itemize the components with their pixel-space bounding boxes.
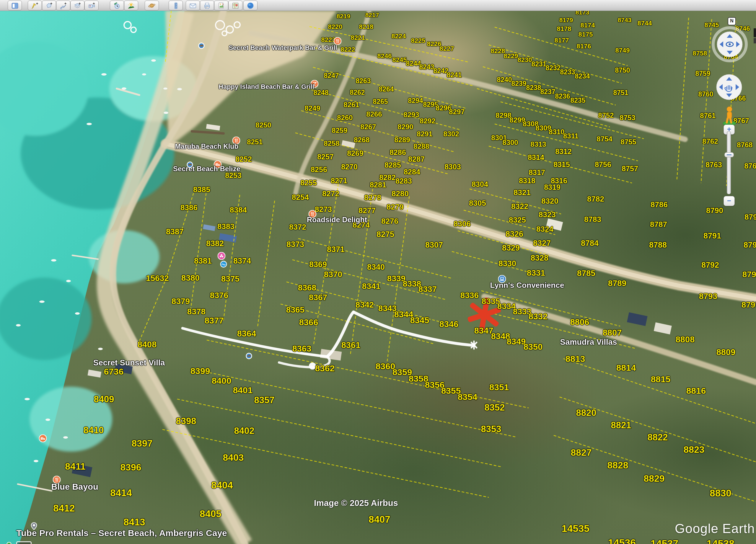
historical-imagery-button[interactable] [110, 1, 124, 10]
zoom-slider-handle[interactable] [724, 152, 734, 157]
google-earth-window: { "app": "Google Earth", "toolbar": { "b… [0, 0, 756, 544]
record-tour-button[interactable] [84, 1, 99, 10]
toolbar [0, 0, 756, 11]
save-image-button[interactable] [214, 1, 228, 10]
add-placemark-button[interactable] [28, 1, 42, 10]
clipped-overlay-widget [16, 541, 32, 544]
email-button[interactable] [186, 1, 200, 10]
navigation-controls: N + − [710, 14, 754, 203]
pegman[interactable] [723, 107, 736, 126]
chalk-path [183, 312, 477, 369]
toggle-sidebar-button[interactable] [8, 1, 22, 10]
ruler-button[interactable] [169, 1, 183, 10]
print-button[interactable] [200, 1, 214, 10]
map-decor-layer [0, 0, 756, 544]
zoom-slider-track[interactable] [727, 131, 731, 194]
imagery-attribution: Image © 2025 Airbus [314, 498, 398, 508]
eye-pupil [729, 43, 731, 45]
view-in-maps-button[interactable] [228, 1, 242, 10]
earth-globe-button[interactable] [243, 1, 258, 10]
google-earth-logo: Google Earth [675, 521, 755, 536]
planets-button[interactable] [145, 1, 159, 10]
nav-gadgets [710, 14, 754, 203]
add-path-button[interactable] [56, 1, 70, 10]
add-polygon-button[interactable] [42, 1, 56, 10]
sunlight-button[interactable] [124, 1, 138, 10]
add-image-overlay-button[interactable] [70, 1, 84, 10]
zoom-out-button[interactable]: − [724, 196, 735, 206]
